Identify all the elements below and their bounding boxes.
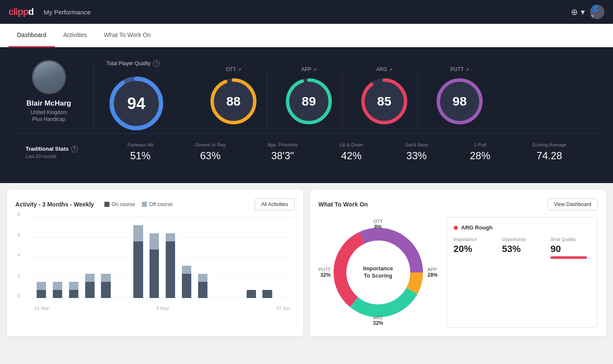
player-info: Blair McHarg United Kingdom Plus Handica… [13, 60, 94, 133]
total-score-circle: 94 [106, 74, 166, 133]
opportunity-col: Opportunity 53% [502, 237, 542, 259]
avatar[interactable]: 👤 ▾ [590, 5, 604, 19]
off-course-bar [182, 266, 191, 274]
bar-group-14 [261, 290, 274, 298]
ott-label: OTT ↗ [226, 66, 241, 72]
hero-top: Blair McHarg United Kingdom Plus Handica… [13, 60, 600, 133]
on-course-bar [37, 290, 46, 298]
bar-group-13 [245, 290, 258, 298]
activity-panel-header: Activity - 3 Months - Weekly On course O… [15, 198, 295, 210]
off-course-bar [101, 274, 110, 282]
trad-info-icon[interactable]: ? [71, 146, 78, 152]
off-course-bar [53, 282, 62, 290]
bottom-panels: Activity - 3 Months - Weekly On course O… [0, 183, 613, 343]
trad-sandsave: Sand Save 33% [405, 142, 428, 162]
trad-proximity: App. Proximity 38'3" [268, 142, 298, 162]
ott-value: 88 [226, 94, 240, 109]
trad-fairways: Fairways Hit 51% [127, 142, 153, 162]
bar-group-1 [51, 282, 64, 298]
arg-circle: 85 [359, 76, 410, 127]
ott-circle: 88 [208, 76, 259, 127]
shot-quality-col: Shot Quality 90 [550, 237, 590, 259]
info-card: ARG Rough Importance 20% Opportunity 53%… [446, 217, 598, 328]
scores-area: Total Player Quality ? 94 OTT ↗ [94, 60, 600, 133]
on-course-bar [247, 290, 256, 298]
off-course-bar [150, 233, 159, 249]
logo: clippd [9, 6, 34, 17]
putt-label: PUTT ↗ [450, 66, 469, 72]
ott-donut-label: OTT 8% [374, 219, 383, 230]
wtwo-content: ImportanceTo Scoring OTT 8% APP 28% ARG … [319, 217, 598, 328]
all-activities-button[interactable]: All Activities [255, 198, 294, 210]
total-score-value: 94 [127, 95, 145, 113]
nav-dashboard[interactable]: Dashboard [9, 24, 55, 47]
player-country: United Kingdom [31, 109, 67, 115]
grid-label-0: 0 [17, 293, 20, 298]
activity-title: Activity - 3 Months - Weekly [15, 201, 94, 208]
off-course-legend-box [142, 202, 147, 207]
app-circle: 89 [283, 76, 334, 127]
arg-label: ARG ↗ [376, 66, 392, 72]
putt-value: 98 [452, 94, 466, 109]
traditional-stats: Traditional Stats ? Last 20 rounds Fairw… [13, 133, 600, 170]
nav-activities[interactable]: Activities [55, 24, 95, 47]
trad-values: Fairways Hit 51% Greens In Reg 63% App. … [106, 142, 587, 162]
add-icon[interactable]: ⊕ ▾ [571, 7, 585, 17]
bars-container [30, 217, 295, 298]
on-course-bar [198, 282, 207, 298]
x-label-jun: 27 Jun [276, 306, 290, 311]
legend-off-course: Off course [142, 201, 173, 207]
on-course-bar [85, 282, 95, 298]
grid-label-8: 8 [17, 212, 20, 217]
trad-label-area: Traditional Stats ? Last 20 rounds [26, 146, 106, 159]
app-score-group: APP ↗ 89 [276, 66, 342, 127]
on-course-legend-box [104, 202, 109, 207]
on-course-bar [53, 290, 62, 298]
bar-group-2 [67, 282, 81, 298]
donut-center-text: ImportanceTo Scoring [363, 265, 393, 280]
x-label-may: 9 May [156, 306, 169, 311]
wtwo-title: What To Work On [319, 201, 368, 208]
app-value: 89 [302, 94, 316, 109]
bar-group-3 [83, 274, 97, 298]
bar-group-9 [180, 266, 193, 298]
on-course-bar [69, 290, 78, 298]
x-axis: 21 Mar 9 May 27 Jun [30, 306, 295, 311]
wtwo-panel: What To Work On View Dashboard [310, 190, 607, 336]
bar-group-7 [147, 233, 161, 298]
total-label: Total Player Quality ? [106, 60, 160, 67]
legend-on-course: On course [104, 201, 135, 207]
app-arrow: ↗ [313, 67, 317, 72]
ott-score-group: OTT ↗ 88 [200, 66, 267, 127]
shot-quality-bar [550, 256, 590, 259]
header: clippd My Performance ⊕ ▾ 👤 ▾ [0, 0, 613, 24]
putt-score-group: PUTT ↗ 98 [426, 66, 493, 127]
grid-label-2: 2 [17, 273, 20, 278]
player-name: Blair McHarg [26, 99, 71, 108]
donut-chart-area: ImportanceTo Scoring OTT 8% APP 28% ARG … [319, 217, 438, 328]
info-icon[interactable]: ? [153, 60, 160, 67]
on-course-bar [101, 282, 110, 298]
view-dashboard-button[interactable]: View Dashboard [547, 198, 598, 210]
off-course-bar [85, 274, 95, 282]
header-left: clippd My Performance [9, 6, 91, 17]
on-course-bar [150, 249, 159, 298]
putt-arrow: ↗ [466, 67, 469, 72]
app-donut-label: APP 28% [427, 267, 437, 278]
header-title: My Performance [44, 9, 91, 16]
nav-what-to-work-on[interactable]: What To Work On [95, 24, 159, 47]
trad-subtitle: Last 20 rounds [26, 154, 106, 159]
bar-group-4 [99, 274, 113, 298]
on-course-bar [262, 290, 272, 298]
off-course-bar [198, 274, 207, 282]
x-label-mar: 21 Mar [35, 306, 49, 311]
hero-section: Blair McHarg United Kingdom Plus Handica… [0, 47, 613, 183]
off-course-bar [133, 225, 143, 241]
on-course-bar [133, 241, 143, 298]
trad-updown: Up & Down 42% [340, 142, 363, 162]
bar-group-8 [164, 233, 177, 298]
putt-donut-label: PUTT 32% [319, 267, 331, 278]
arg-score-group: ARG ↗ 85 [351, 66, 418, 127]
trad-greens: Greens In Reg 63% [195, 142, 226, 162]
grid-label-4: 4 [17, 252, 20, 258]
